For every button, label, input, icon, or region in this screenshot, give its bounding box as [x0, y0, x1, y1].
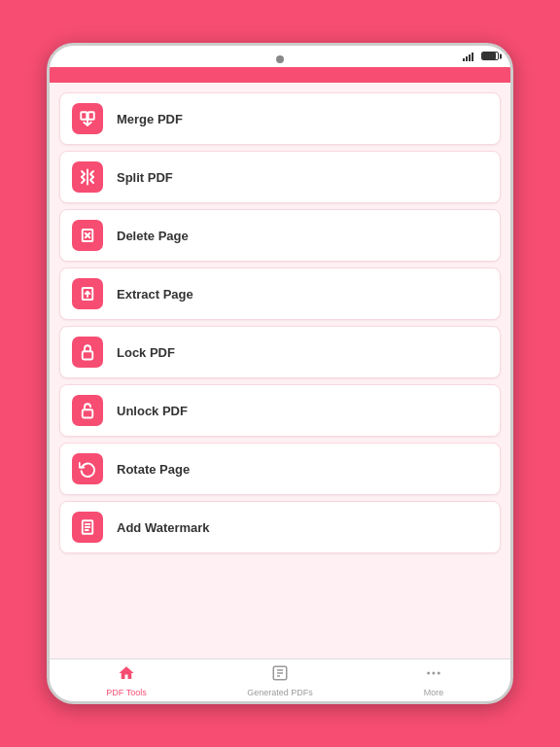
menu-list: Merge PDF Split PDF Delete Page Extract …	[59, 92, 501, 553]
menu-item-merge-pdf[interactable]: Merge PDF	[59, 92, 501, 145]
rotate-page-icon	[72, 453, 103, 484]
status-right-icons	[463, 52, 499, 61]
svg-point-19	[427, 671, 430, 674]
svg-point-20	[433, 671, 436, 674]
add-watermark-label: Add Watermark	[117, 520, 210, 535]
unlock-pdf-label: Unlock PDF	[117, 404, 188, 418]
wifi-icon	[463, 53, 473, 61]
unlock-pdf-icon	[72, 395, 103, 426]
menu-item-extract-page[interactable]: Extract Page	[59, 267, 501, 320]
svg-point-21	[438, 671, 440, 674]
menu-item-unlock-pdf[interactable]: Unlock PDF	[59, 384, 501, 437]
menu-item-rotate-page[interactable]: Rotate Page	[59, 443, 501, 495]
svg-rect-9	[83, 351, 93, 359]
pdf-tools-tab-label: PDF Tools	[106, 688, 146, 697]
device-frame: Merge PDF Split PDF Delete Page Extract …	[47, 43, 513, 704]
delete-page-label: Delete Page	[117, 229, 189, 243]
generated-pdfs-tab-icon	[271, 664, 289, 686]
tab-more[interactable]: More	[357, 659, 510, 701]
delete-page-icon	[72, 220, 103, 251]
menu-item-split-pdf[interactable]: Split PDF	[59, 151, 501, 203]
tab-bar: PDF Tools Generated PDFs More	[50, 658, 510, 701]
more-tab-icon	[425, 664, 442, 686]
merge-pdf-label: Merge PDF	[117, 112, 183, 126]
svg-rect-1	[88, 112, 94, 120]
main-content: Merge PDF Split PDF Delete Page Extract …	[50, 83, 510, 658]
lock-pdf-label: Lock PDF	[117, 345, 175, 360]
menu-item-lock-pdf[interactable]: Lock PDF	[59, 326, 501, 378]
merge-pdf-icon	[72, 103, 103, 134]
nav-bar	[50, 67, 510, 83]
tab-bar-items: PDF Tools Generated PDFs More	[50, 659, 510, 701]
menu-item-add-watermark[interactable]: Add Watermark	[59, 501, 501, 553]
pdf-tools-tab-icon	[118, 664, 135, 686]
generated-pdfs-tab-label: Generated PDFs	[247, 688, 313, 697]
split-pdf-label: Split PDF	[117, 170, 173, 185]
status-time-date	[61, 52, 64, 62]
menu-item-delete-page[interactable]: Delete Page	[59, 209, 501, 262]
more-tab-label: More	[424, 688, 444, 697]
status-bar	[50, 46, 510, 67]
tab-pdf-tools[interactable]: PDF Tools	[50, 659, 203, 701]
battery-icon	[481, 52, 499, 61]
add-watermark-icon	[72, 512, 103, 543]
svg-rect-10	[83, 409, 93, 417]
svg-rect-0	[81, 112, 87, 120]
lock-pdf-icon	[72, 337, 103, 368]
tab-generated-pdfs[interactable]: Generated PDFs	[203, 659, 357, 701]
rotate-page-label: Rotate Page	[117, 462, 190, 477]
split-pdf-icon	[72, 161, 103, 193]
extract-page-label: Extract Page	[117, 287, 193, 302]
extract-page-icon	[72, 278, 103, 309]
